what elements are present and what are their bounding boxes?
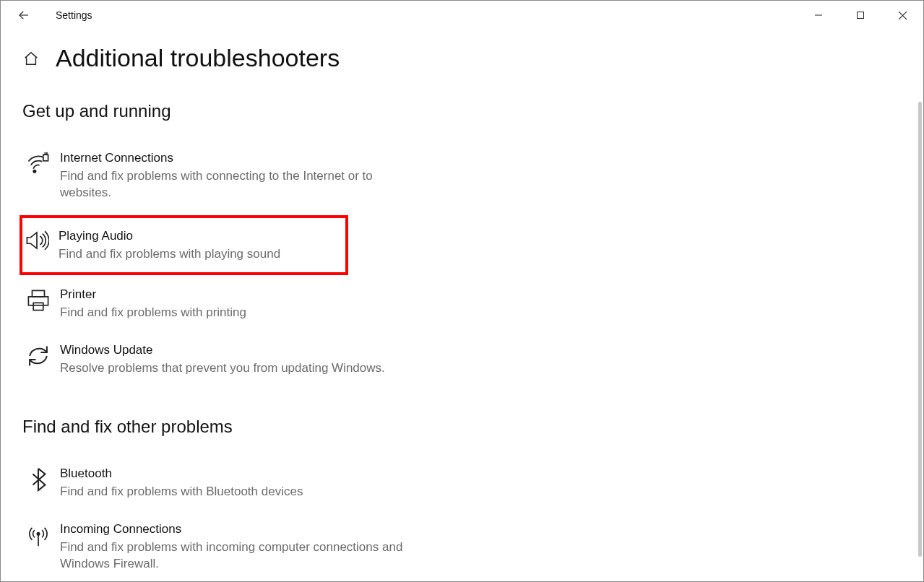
troubleshooter-playing-audio[interactable]: Playing Audio Find and fix problems with… bbox=[20, 215, 348, 275]
internet-icon bbox=[26, 152, 51, 176]
troubleshooter-desc: Find and fix problems with Bluetooth dev… bbox=[60, 483, 420, 500]
section-title-other: Find and fix other problems bbox=[22, 417, 902, 437]
close-icon bbox=[898, 11, 907, 20]
troubleshooter-windows-update[interactable]: Windows Update Resolve problems that pre… bbox=[22, 335, 427, 383]
back-button[interactable] bbox=[9, 1, 38, 30]
window-controls bbox=[798, 1, 923, 30]
home-button[interactable] bbox=[22, 50, 40, 67]
troubleshooter-title: Printer bbox=[60, 287, 420, 303]
svg-rect-9 bbox=[33, 290, 45, 297]
svg-rect-2 bbox=[858, 12, 864, 19]
svg-rect-11 bbox=[33, 303, 43, 310]
section-title-running: Get up and running bbox=[22, 101, 902, 121]
arrow-left-icon bbox=[17, 9, 30, 22]
page-title: Additional troubleshooters bbox=[56, 44, 340, 72]
home-icon bbox=[23, 51, 39, 66]
maximize-icon bbox=[856, 11, 865, 19]
title-bar: Settings bbox=[1, 1, 923, 30]
scrollbar[interactable] bbox=[918, 102, 922, 557]
troubleshooter-list-other: Bluetooth Find and fix problems with Blu… bbox=[22, 459, 427, 579]
troubleshooter-internet-connections[interactable]: Internet Connections Find and fix proble… bbox=[22, 143, 427, 208]
maximize-button[interactable] bbox=[839, 1, 881, 30]
bluetooth-icon bbox=[28, 467, 48, 492]
troubleshooter-title: Windows Update bbox=[60, 342, 420, 358]
svg-rect-10 bbox=[28, 297, 48, 305]
troubleshooter-printer[interactable]: Printer Find and fix problems with print… bbox=[22, 279, 427, 328]
svg-point-5 bbox=[33, 170, 35, 173]
page-header: Additional troubleshooters bbox=[22, 44, 902, 72]
troubleshooter-desc: Find and fix problems with playing sound bbox=[59, 246, 338, 262]
content-area: Additional troubleshooters Get up and ru… bbox=[1, 30, 923, 581]
troubleshooter-title: Incoming Connections bbox=[60, 521, 420, 537]
troubleshooter-title: Playing Audio bbox=[59, 228, 338, 244]
svg-rect-6 bbox=[43, 155, 48, 161]
troubleshooter-incoming-connections[interactable]: Incoming Connections Find and fix proble… bbox=[22, 514, 427, 579]
troubleshooter-title: Bluetooth bbox=[60, 466, 420, 482]
window-title: Settings bbox=[56, 9, 92, 21]
antenna-icon bbox=[26, 523, 51, 547]
speaker-icon bbox=[25, 230, 49, 251]
troubleshooter-desc: Find and fix problems with incoming comp… bbox=[60, 539, 420, 572]
troubleshooter-bluetooth[interactable]: Bluetooth Find and fix problems with Blu… bbox=[22, 459, 427, 507]
troubleshooter-desc: Find and fix problems with printing bbox=[60, 304, 420, 321]
minimize-button[interactable] bbox=[798, 1, 839, 30]
printer-icon bbox=[26, 288, 51, 313]
close-button[interactable] bbox=[881, 1, 923, 30]
minimize-icon bbox=[814, 11, 823, 19]
troubleshooter-title: Internet Connections bbox=[60, 150, 420, 166]
troubleshooter-desc: Resolve problems that prevent you from u… bbox=[60, 360, 420, 376]
troubleshooter-desc: Find and fix problems with connecting to… bbox=[60, 168, 420, 201]
update-icon bbox=[26, 344, 51, 368]
troubleshooter-list-running: Internet Connections Find and fix proble… bbox=[22, 143, 427, 383]
